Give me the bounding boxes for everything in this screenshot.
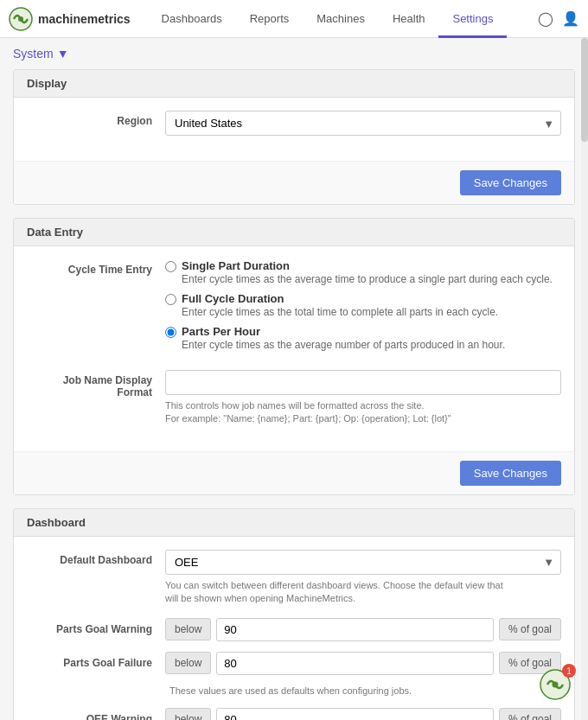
job-name-label: Job Name Display Format: [27, 370, 165, 398]
radio-single-part-desc: Enter cycle times as the average time to…: [182, 273, 553, 285]
default-dashboard-hint-line2: will be shown when opening MachineMetric…: [165, 593, 355, 603]
data-entry-section: Data Entry Cycle Time Entry Single Part …: [13, 218, 575, 495]
radio-parts-per-hour-label: Parts Per Hour: [182, 325, 505, 338]
dashboard-section-body: Default Dashboard OEE ▼ You can switch b…: [14, 537, 574, 720]
system-label: System: [13, 47, 54, 61]
radio-parts-per-hour-input[interactable]: [165, 327, 176, 338]
parts-goal-warning-suffix-tag: % of goal: [499, 618, 561, 640]
radio-single-part-label: Single Part Duration: [182, 259, 553, 272]
notification-count: 1: [562, 664, 576, 678]
job-name-hint-line1: This controls how job names will be form…: [165, 400, 425, 411]
parts-goal-failure-row: Parts Goal Failure below % of goal: [27, 652, 561, 675]
cycle-time-row: Cycle Time Entry Single Part Duration En…: [27, 259, 561, 358]
nav-items: Dashboards Reports Machines Health Setti…: [148, 0, 538, 37]
job-name-input[interactable]: [165, 370, 561, 395]
region-select-wrap: United States ▼: [165, 111, 561, 136]
oee-warning-suffix-tag: % of goal: [499, 708, 561, 720]
logo-icon: [9, 7, 33, 31]
radio-full-cycle-input[interactable]: [165, 294, 176, 305]
job-name-hint-line2: For example: "Name: {name}; Part: {part}…: [165, 413, 451, 424]
radio-full-cycle-label: Full Cycle Duration: [182, 292, 498, 305]
region-label: Region: [27, 111, 165, 127]
cycle-time-label: Cycle Time Entry: [27, 259, 165, 276]
parts-goal-warning-input[interactable]: [216, 618, 494, 641]
user-icon[interactable]: 👤: [562, 10, 579, 27]
parts-goal-failure-prefix-tag: below: [165, 652, 211, 674]
radio-single-part-content: Single Part Duration Enter cycle times a…: [182, 259, 553, 285]
help-icon[interactable]: ◯: [538, 10, 553, 27]
nav-dashboards[interactable]: Dashboards: [148, 1, 236, 38]
parts-goal-failure-label: Parts Goal Failure: [27, 657, 165, 669]
nav-right-icons: ◯ 👤: [538, 10, 579, 27]
region-control: United States ▼: [165, 111, 561, 136]
oee-warning-prefix-tag: below: [165, 708, 211, 720]
dashboard-section-header: Dashboard: [14, 509, 574, 537]
nav-machines[interactable]: Machines: [303, 1, 379, 38]
nav-settings[interactable]: Settings: [438, 1, 507, 38]
top-navigation: machinemetrics Dashboards Reports Machin…: [0, 0, 588, 38]
oee-warning-row: OEE Warning below % of goal: [27, 708, 561, 720]
logo[interactable]: machinemetrics: [9, 7, 131, 31]
default-dashboard-row: Default Dashboard OEE ▼ You can switch b…: [27, 550, 561, 606]
region-row: Region United States ▼: [27, 111, 561, 136]
radio-full-cycle-desc: Enter cycle times as the total time to c…: [182, 306, 498, 318]
data-entry-section-body: Cycle Time Entry Single Part Duration En…: [14, 246, 574, 451]
dashboard-section: Dashboard Default Dashboard OEE ▼ You ca: [13, 508, 575, 720]
radio-full-cycle: Full Cycle Duration Enter cycle times as…: [165, 292, 561, 318]
parts-goal-warning-controls: below % of goal: [165, 618, 561, 641]
radio-parts-per-hour: Parts Per Hour Enter cycle times as the …: [165, 325, 561, 351]
radio-single-part: Single Part Duration Enter cycle times a…: [165, 259, 561, 285]
logo-text: machinemetrics: [38, 12, 131, 26]
parts-goal-failure-controls: below % of goal: [165, 652, 561, 675]
oee-warning-label: OEE Warning: [27, 713, 165, 720]
display-save-row: Save Changes: [14, 161, 574, 204]
default-dashboard-select[interactable]: OEE: [165, 550, 561, 575]
default-dashboard-hint-line1: You can switch between different dashboa…: [165, 580, 503, 590]
data-entry-save-row: Save Changes: [14, 451, 574, 494]
nav-reports[interactable]: Reports: [236, 1, 304, 38]
parts-goal-warning-row: Parts Goal Warning below % of goal: [27, 618, 561, 641]
defaults-note: These values are used as defaults when c…: [27, 685, 561, 696]
job-name-hint: This controls how job names will be form…: [165, 399, 561, 426]
nav-health[interactable]: Health: [379, 1, 439, 38]
oee-warning-input[interactable]: [216, 708, 494, 720]
display-section-body: Region United States ▼: [14, 98, 574, 161]
display-section: Display Region United States ▼ Save: [13, 69, 575, 205]
parts-goal-warning-prefix-tag: below: [165, 618, 211, 640]
notification-area: 1: [540, 669, 571, 703]
radio-parts-per-hour-content: Parts Per Hour Enter cycle times as the …: [182, 325, 505, 351]
default-dashboard-hint: You can switch between different dashboa…: [165, 579, 561, 606]
parts-goal-warning-label: Parts Goal Warning: [27, 623, 165, 635]
job-name-control: This controls how job names will be form…: [165, 370, 561, 426]
radio-single-part-input[interactable]: [165, 261, 176, 272]
region-select[interactable]: United States: [165, 111, 561, 136]
default-dashboard-select-wrap: OEE ▼: [165, 550, 561, 575]
system-chevron-icon: ▼: [57, 47, 69, 61]
default-dashboard-control: OEE ▼ You can switch between different d…: [165, 550, 561, 606]
data-entry-save-button[interactable]: Save Changes: [460, 461, 561, 486]
svg-point-3: [553, 682, 559, 688]
scroll-thumb[interactable]: [581, 38, 588, 142]
svg-point-1: [18, 16, 23, 22]
parts-goal-failure-input[interactable]: [216, 652, 494, 675]
default-dashboard-label: Default Dashboard: [27, 550, 165, 566]
scroll-track[interactable]: [581, 38, 588, 720]
data-entry-section-header: Data Entry: [14, 219, 574, 246]
main-content: System ▼ Display Region United States ▼: [0, 38, 588, 720]
system-dropdown[interactable]: System ▼: [13, 47, 69, 61]
job-name-row: Job Name Display Format This controls ho…: [27, 370, 561, 426]
display-save-button[interactable]: Save Changes: [460, 170, 561, 195]
cycle-time-options: Single Part Duration Enter cycle times a…: [165, 259, 561, 358]
display-section-header: Display: [14, 70, 574, 98]
notification-badge[interactable]: 1: [540, 669, 571, 703]
oee-warning-controls: below % of goal: [165, 708, 561, 720]
radio-parts-per-hour-desc: Enter cycle times as the average number …: [182, 339, 505, 351]
radio-full-cycle-content: Full Cycle Duration Enter cycle times as…: [182, 292, 498, 318]
